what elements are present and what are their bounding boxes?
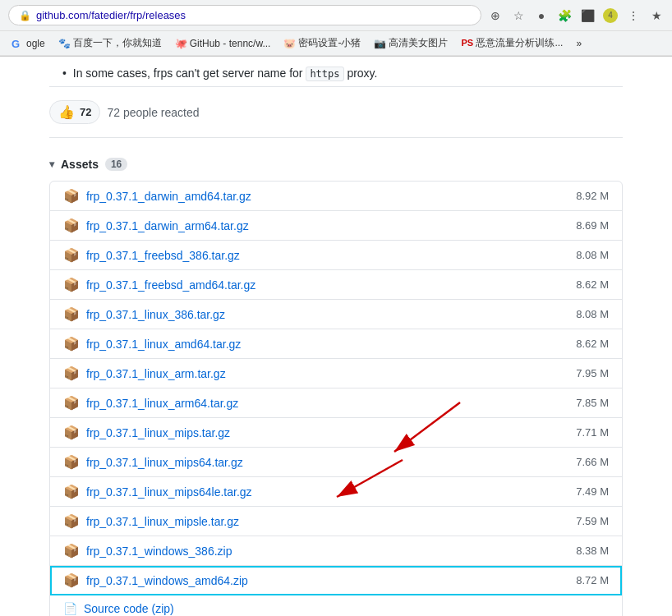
main-content-area: • In some cases, frps can't get server n… <box>0 57 672 616</box>
bookmark-baidu[interactable]: 🐾 百度一下，你就知道 <box>53 34 167 52</box>
bookmarks-bar: G ogle 🐾 百度一下，你就知道 🐙 GitHub - tennc/w...… <box>0 31 672 56</box>
star2-icon[interactable]: ★ <box>649 8 664 23</box>
search-icon[interactable]: ⊕ <box>488 8 503 23</box>
bookmark-baidu-label: 百度一下，你就知道 <box>73 36 162 50</box>
asset-link[interactable]: frp_0.37.1_freebsd_386.tar.gz <box>86 249 240 262</box>
bookmark-mima-label: 密码设置-小猪 <box>298 36 361 50</box>
asset-item-linux-mipsle[interactable]: 📦 frp_0.37.1_linux_mipsle.tar.gz 7.59 M <box>50 507 622 536</box>
star-icon[interactable]: ☆ <box>511 8 526 23</box>
asset-size: 8.72 M <box>576 574 609 586</box>
asset-left: 📦 frp_0.37.1_linux_mips64le.tar.gz <box>63 484 252 499</box>
asset-item-source-zip[interactable]: 📄 Source code (zip) <box>50 595 622 616</box>
asset-item-linux-mips64[interactable]: 📦 frp_0.37.1_linux_mips64.tar.gz 7.66 M <box>50 448 622 477</box>
bookmark-gaoxin-label: 高清美女图片 <box>389 36 448 50</box>
assets-toggle-icon: ▾ <box>49 159 54 170</box>
archive-icon: 📦 <box>63 247 80 263</box>
asset-link[interactable]: frp_0.37.1_linux_mips64.tar.gz <box>86 456 243 469</box>
archive-icon: 📦 <box>63 543 80 559</box>
asset-link[interactable]: frp_0.37.1_linux_arm64.tar.gz <box>86 397 238 410</box>
asset-link[interactable]: frp_0.37.1_linux_mipsle.tar.gz <box>86 515 239 528</box>
asset-item-linux-386[interactable]: 📦 frp_0.37.1_linux_386.tar.gz 8.08 M <box>50 300 622 329</box>
google-favicon: G <box>12 38 23 49</box>
asset-link[interactable]: frp_0.37.1_freebsd_amd64.tar.gz <box>86 278 255 292</box>
asset-size: 8.62 M <box>576 338 609 350</box>
asset-size: 8.08 M <box>576 308 609 320</box>
baidu-favicon: 🐾 <box>58 38 70 49</box>
asset-size: 8.69 M <box>576 219 609 232</box>
asset-left: 📦 frp_0.37.1_linux_amd64.tar.gz <box>63 336 241 352</box>
archive-icon: 📦 <box>63 188 80 204</box>
assets-count: 16 <box>105 158 127 171</box>
address-bar: 🔒 github.com/fatedier/frp/releases ⊕ ☆ ●… <box>0 0 672 31</box>
asset-left: 📦 frp_0.37.1_linux_mips64.tar.gz <box>63 454 243 470</box>
source-icon: 📄 <box>63 602 77 615</box>
asset-left: 📄 Source code (zip) <box>63 602 174 615</box>
url-bar[interactable]: 🔒 github.com/fatedier/frp/releases <box>8 5 481 25</box>
bookmark-github[interactable]: 🐙 GitHub - tennc/w... <box>170 36 276 51</box>
asset-left: 📦 frp_0.37.1_freebsd_386.tar.gz <box>63 247 240 263</box>
asset-left: 📦 frp_0.37.1_linux_mips.tar.gz <box>63 425 230 440</box>
bookmark-gaoxin[interactable]: 📷 高清美女图片 <box>369 34 453 52</box>
archive-icon: 📦 <box>63 218 80 233</box>
bookmark-ps[interactable]: PS 恶意流量分析训练... <box>456 34 568 52</box>
assets-header[interactable]: ▾ Assets 16 <box>49 151 623 181</box>
asset-item-linux-amd64[interactable]: 📦 frp_0.37.1_linux_amd64.tar.gz 8.62 M <box>50 329 622 359</box>
assets-section: ▾ Assets 16 📦 frp_0.37.1_darwin_amd64.ta… <box>49 138 623 616</box>
bookmark-google[interactable]: G ogle <box>7 36 50 51</box>
asset-link[interactable]: Source code (zip) <box>84 602 174 615</box>
asset-left: 📦 frp_0.37.1_freebsd_amd64.tar.gz <box>63 277 255 292</box>
asset-item-freebsd-amd64[interactable]: 📦 frp_0.37.1_freebsd_amd64.tar.gz 8.62 M <box>50 270 622 300</box>
asset-item-windows-amd64[interactable]: 📦 frp_0.37.1_windows_amd64.zip 8.72 M <box>50 566 622 595</box>
asset-left: 📦 frp_0.37.1_windows_amd64.zip <box>63 572 248 588</box>
asset-size: 7.49 M <box>576 485 609 498</box>
asset-link[interactable]: frp_0.37.1_darwin_amd64.tar.gz <box>86 190 251 203</box>
asset-item-freebsd-386[interactable]: 📦 frp_0.37.1_freebsd_386.tar.gz 8.08 M <box>50 241 622 270</box>
browser-toolbar-icons: ⊕ ☆ ● 🧩 ⬛ 4 ⋮ ★ <box>488 8 664 23</box>
asset-left: 📦 frp_0.37.1_linux_mipsle.tar.gz <box>63 513 239 529</box>
asset-size: 7.59 M <box>576 515 609 527</box>
assets-label: Assets <box>61 158 99 171</box>
reaction-button[interactable]: 👍 72 <box>49 100 100 124</box>
asset-item-linux-mips[interactable]: 📦 frp_0.37.1_linux_mips.tar.gz 7.71 M <box>50 418 622 448</box>
asset-link[interactable]: frp_0.37.1_windows_386.zip <box>86 545 232 558</box>
asset-size: 7.85 M <box>576 397 609 409</box>
asset-size: 8.62 M <box>576 278 609 291</box>
browser-chrome: 🔒 github.com/fatedier/frp/releases ⊕ ☆ ●… <box>0 0 672 57</box>
reaction-emoji: 👍 <box>58 104 75 120</box>
asset-size: 8.08 M <box>576 249 609 261</box>
note-code: https <box>306 67 343 81</box>
asset-link[interactable]: frp_0.37.1_linux_arm.tar.gz <box>86 367 226 380</box>
avatar-icon[interactable]: 4 <box>603 8 618 23</box>
asset-size: 7.71 M <box>576 426 609 439</box>
asset-link[interactable]: frp_0.37.1_linux_mips.tar.gz <box>86 426 230 439</box>
extension2-icon[interactable]: ⬛ <box>580 8 595 23</box>
bookmark-more[interactable]: » <box>571 36 587 51</box>
asset-item-darwin-amd64[interactable]: 📦 frp_0.37.1_darwin_amd64.tar.gz 8.92 M <box>50 182 622 211</box>
settings-icon[interactable]: ⋮ <box>626 8 641 23</box>
note-text: • In some cases, frps can't get server n… <box>49 67 623 80</box>
asset-size: 8.38 M <box>576 545 609 557</box>
asset-item-windows-386[interactable]: 📦 frp_0.37.1_windows_386.zip 8.38 M <box>50 536 622 566</box>
asset-link[interactable]: frp_0.37.1_linux_386.tar.gz <box>86 308 225 321</box>
bookmark-mima[interactable]: 🐷 密码设置-小猪 <box>278 34 366 52</box>
asset-item-linux-arm64[interactable]: 📦 frp_0.37.1_linux_arm64.tar.gz 7.85 M <box>50 388 622 418</box>
asset-item-darwin-arm64[interactable]: 📦 frp_0.37.1_darwin_arm64.tar.gz 8.69 M <box>50 211 622 241</box>
bookmark-google-label: ogle <box>26 38 45 49</box>
archive-icon: 📦 <box>63 336 80 352</box>
asset-link[interactable]: frp_0.37.1_linux_mips64le.tar.gz <box>86 485 252 499</box>
asset-item-linux-mips64le[interactable]: 📦 frp_0.37.1_linux_mips64le.tar.gz 7.49 … <box>50 477 622 507</box>
ps-favicon: PS <box>461 38 472 49</box>
bookmark-more-label: » <box>576 38 582 49</box>
asset-link[interactable]: frp_0.37.1_windows_amd64.zip <box>86 574 248 587</box>
asset-item-linux-arm[interactable]: 📦 frp_0.37.1_linux_arm.tar.gz 7.95 M <box>50 359 622 388</box>
asset-link[interactable]: frp_0.37.1_linux_amd64.tar.gz <box>86 338 241 351</box>
archive-icon: 📦 <box>63 484 80 499</box>
page-content: • In some cases, frps can't get server n… <box>0 57 672 616</box>
asset-link[interactable]: frp_0.37.1_darwin_arm64.tar.gz <box>86 219 249 232</box>
archive-icon: 📦 <box>63 277 80 292</box>
bookmark-ps-label: 恶意流量分析训练... <box>476 36 563 50</box>
extension-icon[interactable]: 🧩 <box>557 8 572 23</box>
archive-icon: 📦 <box>63 454 80 470</box>
profile-icon[interactable]: ● <box>534 8 549 23</box>
archive-icon: 📦 <box>63 572 80 588</box>
